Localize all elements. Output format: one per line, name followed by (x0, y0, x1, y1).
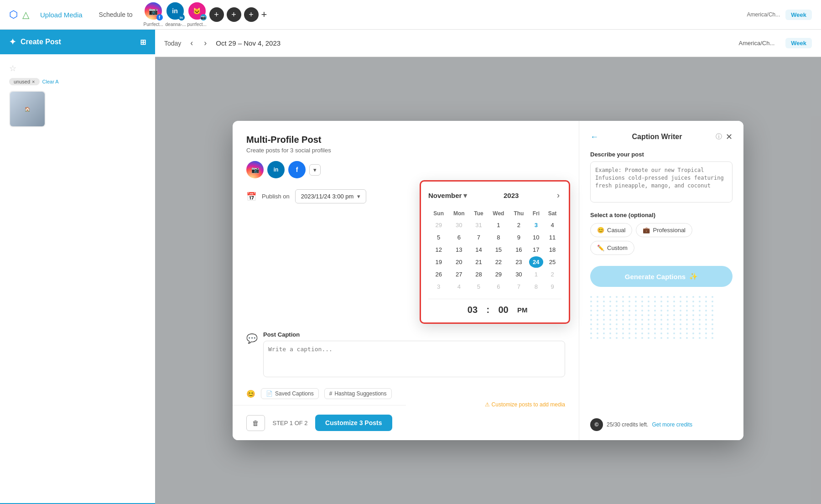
calendar-day-6[interactable]: 6 (488, 281, 509, 292)
credits-row: © 25/30 credits left. Get more credits (590, 418, 733, 431)
time-minute-input[interactable]: 00 (493, 305, 514, 315)
calendar-day-4[interactable]: 4 (449, 281, 469, 292)
describe-textarea[interactable] (590, 161, 733, 203)
calendar-day-28[interactable]: 28 (470, 269, 487, 280)
col-thu: Thu (509, 208, 528, 218)
calendar-next-button[interactable]: › (555, 189, 561, 202)
calendar-day-5[interactable]: 5 (429, 232, 448, 243)
calendar-day-21[interactable]: 21 (470, 256, 487, 268)
close-button[interactable]: ✕ (726, 132, 733, 142)
avatar-instagram[interactable]: 📷 f (144, 1, 163, 21)
calendar-day-8[interactable]: 8 (488, 232, 509, 243)
date-range-label: Oct 29 – Nov 4, 2023 (216, 39, 281, 47)
calendar-day-25[interactable]: 25 (544, 256, 561, 268)
sidebar: ✦ Create Post ⊞ ☆ unused × Clear A 🏠 (0, 30, 155, 504)
schedule-to-label: Schedule to (99, 11, 133, 18)
tone-casual-button[interactable]: 😊 Casual (590, 223, 632, 237)
add-profile-2[interactable]: + (227, 7, 241, 22)
profile-avatar-instagram[interactable]: 📷 (246, 161, 264, 178)
timezone-bar-label: America/Ch... (739, 40, 775, 47)
calendar-day-7[interactable]: 7 (470, 232, 487, 243)
calendar-day-13[interactable]: 13 (449, 244, 469, 255)
add-profile-1[interactable]: + (209, 7, 224, 22)
calendar-day-24[interactable]: 24 (529, 256, 543, 268)
tone-custom-button[interactable]: ✏️ Custom (590, 241, 634, 255)
calendar-day-10[interactable]: 10 (529, 232, 543, 243)
calendar-day-11[interactable]: 11 (544, 232, 561, 243)
next-week-button[interactable]: › (202, 36, 208, 50)
calendar-day-14[interactable]: 14 (470, 244, 487, 255)
modal: Multi-Profile Post Create posts for 3 so… (233, 121, 743, 440)
calendar-day-17[interactable]: 17 (529, 244, 543, 255)
calendar-day-1[interactable]: 1 (488, 219, 509, 231)
calendar-day-16[interactable]: 16 (509, 244, 528, 255)
prev-week-button[interactable]: ‹ (188, 36, 195, 50)
col-sat: Sat (544, 208, 561, 218)
delete-button[interactable]: 🗑 (246, 415, 265, 431)
caption-label: Post Caption (263, 331, 565, 338)
avatar-label-3: purrfect... (187, 22, 207, 27)
create-post-button[interactable]: ✦ Create Post ⊞ (0, 30, 155, 54)
profiles-dropdown-button[interactable]: ▾ (309, 164, 321, 176)
generate-captions-button[interactable]: Generate Captions ✨ (590, 266, 733, 287)
more-profiles-icon[interactable]: + (261, 9, 267, 21)
saved-captions-button[interactable]: 📄 Saved Captions (261, 388, 319, 399)
calendar-day-3[interactable]: 3 (529, 219, 543, 231)
unused-close[interactable]: × (32, 79, 35, 84)
modal-bottom: 🗑 STEP 1 OF 2 Customize 3 Posts (233, 405, 406, 440)
calendar-day-26[interactable]: 26 (429, 269, 448, 280)
tone-professional-button[interactable]: 💼 Professional (636, 223, 692, 237)
avatar-linkedin[interactable]: in in (166, 1, 185, 21)
publish-datetime-input[interactable]: 2023/11/24 3:00 pm ▾ (295, 189, 367, 203)
calendar-day-29[interactable]: 29 (488, 269, 509, 280)
avatar-label-2: deanna-... (166, 22, 186, 27)
month-dropdown-icon[interactable]: ▾ (463, 192, 467, 200)
calendar-day-1[interactable]: 1 (529, 269, 543, 280)
hashtag-suggestions-button[interactable]: # Hashtag Suggestions (324, 388, 392, 399)
week-view-badge[interactable]: Week (785, 10, 812, 20)
get-more-credits-link[interactable]: Get more credits (652, 421, 692, 428)
generate-icon: ✨ (689, 272, 698, 281)
calendar-day-31[interactable]: 31 (470, 219, 487, 231)
calendar-day-2[interactable]: 2 (544, 269, 561, 280)
calendar-day-30[interactable]: 30 (449, 219, 469, 231)
calendar-day-4[interactable]: 4 (544, 219, 561, 231)
calendar-day-18[interactable]: 18 (544, 244, 561, 255)
calendar-day-22[interactable]: 22 (488, 256, 509, 268)
profile-avatar-linkedin[interactable]: in (267, 161, 285, 178)
calendar-day-9[interactable]: 9 (544, 281, 561, 292)
calendar-day-30[interactable]: 30 (509, 269, 528, 280)
tone-options: 😊 Casual 💼 Professional ✏️ Custom (590, 223, 733, 255)
profile-avatar-facebook[interactable]: f (288, 161, 306, 178)
calendar-day-23[interactable]: 23 (509, 256, 528, 268)
calendar-day-7[interactable]: 7 (509, 281, 528, 292)
calendar-day-19[interactable]: 19 (429, 256, 448, 268)
calendar-day-8[interactable]: 8 (529, 281, 543, 292)
calendar-day-6[interactable]: 6 (449, 232, 469, 243)
calendar-day-2[interactable]: 2 (509, 219, 528, 231)
publish-value: 2023/11/24 3:00 pm (301, 193, 354, 200)
calendar-day-27[interactable]: 27 (449, 269, 469, 280)
avatar-pink[interactable]: 🐱 📷 (187, 1, 207, 21)
today-button[interactable]: Today (164, 40, 181, 47)
col-sun: Sun (429, 208, 448, 218)
calendar-day-5[interactable]: 5 (470, 281, 487, 292)
calendar-day-3[interactable]: 3 (429, 281, 448, 292)
back-arrow-button[interactable]: ← (590, 132, 598, 142)
calendar-day-20[interactable]: 20 (449, 256, 469, 268)
unused-badge: unused × (9, 78, 40, 85)
week-badge[interactable]: Week (785, 38, 812, 48)
caption-textarea[interactable] (263, 341, 565, 377)
calendar-day-29[interactable]: 29 (429, 219, 448, 231)
calendar-day-9[interactable]: 9 (509, 232, 528, 243)
time-hour-input[interactable]: 03 (462, 305, 483, 315)
calendar-day-12[interactable]: 12 (429, 244, 448, 255)
emoji-icon[interactable]: 😊 (246, 390, 255, 398)
clear-link[interactable]: Clear A (42, 79, 59, 84)
upload-media-button[interactable]: Upload Media (40, 11, 83, 19)
calendar-day-15[interactable]: 15 (488, 244, 509, 255)
info-icon[interactable]: ⓘ (716, 133, 722, 141)
customize-posts-button[interactable]: Customize 3 Posts (315, 415, 392, 431)
profile-avatars: 📷 f Purrfect... in in deanna-... 🐱 📷 pur… (144, 1, 267, 28)
add-profile-3[interactable]: + (244, 7, 259, 22)
